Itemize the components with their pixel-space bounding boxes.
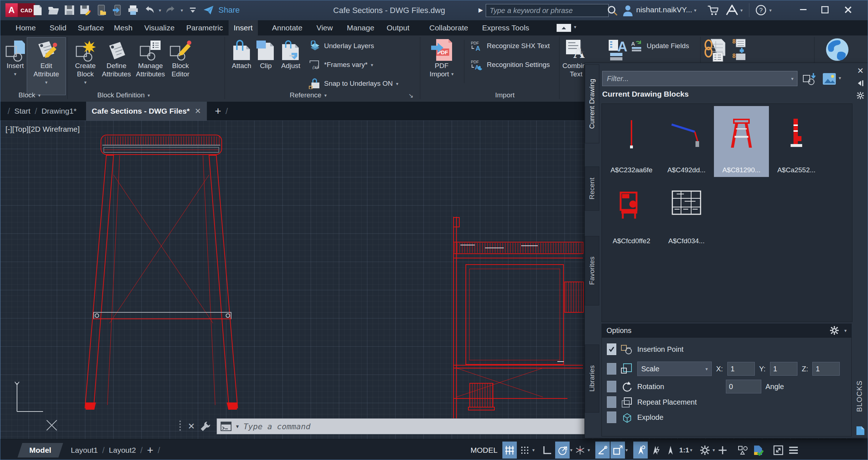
palette-bottom-file-icon[interactable]	[852, 425, 868, 437]
maximize-button[interactable]	[817, 3, 833, 17]
palette-tab-recent[interactable]: Recent	[585, 166, 599, 211]
scale-x-input[interactable]	[727, 362, 755, 376]
update-fields-button[interactable]: A Update Fields	[631, 41, 689, 51]
scale-z-input[interactable]	[812, 362, 840, 376]
field-button[interactable]: A	[608, 38, 628, 62]
block-tile-selected[interactable]: A$C81290...	[714, 106, 769, 177]
underlay-layers-button[interactable]: Underlay Layers	[309, 41, 374, 51]
autodesk-dropdown-caret[interactable]: ▾	[740, 8, 743, 13]
palette-close-icon[interactable]: ✕	[852, 65, 868, 77]
block-panel-label[interactable]: Block▾	[18, 90, 41, 101]
save-icon[interactable]	[63, 4, 76, 16]
pdf-import-button[interactable]: PDF PDF Import▾	[427, 38, 456, 78]
define-attributes-button[interactable]: Define Attributes	[101, 38, 132, 78]
command-tools-wrench-icon[interactable]	[200, 421, 211, 432]
close-button[interactable]	[840, 3, 856, 17]
scale-dropdown-caret[interactable]: ▾	[690, 447, 693, 453]
import-panel-label[interactable]: Import	[495, 90, 515, 101]
file-tab-drawing1[interactable]: Drawing1*	[42, 107, 77, 115]
app-store-cart-icon[interactable]	[707, 5, 718, 16]
scale-select[interactable]: Scale▾	[637, 362, 712, 376]
scale-checkbox[interactable]	[607, 363, 616, 375]
workspace-switching-button[interactable]	[698, 442, 712, 459]
create-block-button[interactable]: Create Block ▾	[73, 38, 98, 86]
search-icon[interactable]	[607, 5, 617, 16]
block-tile[interactable]: A$C232aa6fe	[604, 106, 659, 177]
tab-surface[interactable]: Surface	[73, 20, 109, 35]
autodesk-logo-icon[interactable]	[726, 5, 738, 16]
ribbon-collapse-caret[interactable]: ▾	[574, 24, 576, 30]
toolbar-customize-icon[interactable]	[187, 4, 199, 16]
data-link-icon[interactable]	[703, 38, 729, 62]
layout-tab-layout1[interactable]: Layout1	[71, 446, 98, 455]
insertion-point-checkbox[interactable]	[607, 343, 616, 355]
polar-tracking-button[interactable]	[555, 442, 570, 459]
block-tile[interactable]: A$Cfd034...	[659, 177, 714, 248]
recognition-settings-button[interactable]: PDFA Recognition Settings	[471, 59, 550, 70]
open-from-mobile-icon[interactable]	[95, 4, 107, 16]
grid-display-button[interactable]	[502, 442, 517, 459]
block-definition-panel-label[interactable]: Block Definition▾	[97, 90, 150, 101]
palette-tab-favorites[interactable]: Favorites	[585, 236, 599, 305]
tab-solid[interactable]: Solid	[44, 20, 72, 35]
clean-screen-button[interactable]	[771, 442, 786, 459]
palette-autohide-icon[interactable]	[852, 77, 868, 89]
user-avatar-icon[interactable]	[622, 5, 633, 16]
reference-panel-label[interactable]: Reference▾	[290, 90, 327, 101]
open-file-icon[interactable]	[47, 4, 60, 16]
thumbnail-view-icon[interactable]	[822, 72, 837, 85]
redo-dropdown-caret[interactable]: ▾	[181, 8, 183, 13]
repeat-placement-checkbox[interactable]	[607, 396, 616, 408]
tab-mesh[interactable]: Mesh	[109, 20, 137, 35]
annotation-scale-value[interactable]: 1:1	[679, 442, 690, 459]
search-expand-icon[interactable]: ▶	[478, 7, 483, 13]
options-collapse-caret[interactable]: ▾	[844, 328, 847, 333]
isolate-objects-button[interactable]	[736, 442, 750, 459]
edit-attribute-button[interactable]: Edit Attribute ▾	[27, 38, 65, 95]
undo-icon[interactable]	[143, 4, 155, 16]
block-tile[interactable]: A$Cfcd0ffe2	[604, 177, 659, 248]
scale-y-input[interactable]	[770, 362, 797, 376]
options-header[interactable]: Options ▾	[601, 324, 852, 337]
share-label[interactable]: Share	[218, 5, 240, 15]
tab-annotate[interactable]: Annotate	[267, 20, 307, 35]
frames-vary-button[interactable]: (x) *Frames vary* ▾	[309, 59, 373, 70]
snap-to-underlays-button[interactable]: Snap to Underlays ON ▾	[309, 78, 399, 89]
palette-properties-gear-icon[interactable]	[852, 89, 868, 102]
autoscale-button[interactable]	[648, 442, 663, 459]
insert-block-button[interactable]: Insert ▾	[4, 38, 26, 78]
model-space-badge[interactable]: MODEL	[471, 446, 498, 455]
options-gear-icon[interactable]	[830, 326, 839, 335]
customization-menu-button[interactable]	[786, 442, 801, 459]
rotation-angle-input[interactable]	[726, 380, 761, 393]
new-file-tab-button[interactable]: +	[215, 105, 221, 117]
plot-icon[interactable]	[127, 4, 139, 16]
layout-tab-layout2[interactable]: Layout2	[109, 446, 136, 455]
tab-visualize[interactable]: Visualize	[139, 20, 180, 35]
command-dropdown-caret[interactable]: ▼	[235, 424, 240, 429]
save-to-mobile-icon[interactable]	[111, 4, 123, 16]
save-as-icon[interactable]	[79, 4, 92, 16]
tab-collaborate[interactable]: Collaborate	[424, 20, 473, 35]
geolocation-globe-icon[interactable]	[825, 38, 849, 62]
app-logo[interactable]: A CAD	[5, 3, 35, 17]
tab-home[interactable]: Home	[10, 20, 41, 35]
view-dropdown-caret[interactable]: ▾	[839, 75, 841, 81]
tab-view[interactable]: View	[311, 20, 338, 35]
share-icon[interactable]	[203, 4, 215, 16]
new-file-icon[interactable]	[31, 4, 44, 16]
tab-output[interactable]: Output	[382, 20, 414, 35]
clip-button[interactable]: Clip	[256, 38, 275, 70]
block-tile[interactable]: A$Ca2552...	[769, 106, 824, 177]
rotation-checkbox[interactable]	[607, 381, 616, 392]
workspace-dropdown-caret[interactable]: ▾	[712, 447, 715, 453]
isometric-drafting-button[interactable]	[573, 442, 587, 459]
command-close-icon[interactable]: ✕	[188, 421, 195, 431]
user-dropdown-caret[interactable]: ▾	[694, 8, 697, 13]
object-snap-tracking-button[interactable]	[595, 442, 610, 459]
attach-button[interactable]: Attach	[230, 38, 254, 70]
filter-dropdown-caret[interactable]: ▾	[791, 76, 793, 81]
username[interactable]: nishant.naikVY...	[636, 5, 692, 14]
tab-manage[interactable]: Manage	[342, 20, 379, 35]
help-dropdown-caret[interactable]: ▾	[769, 8, 772, 13]
